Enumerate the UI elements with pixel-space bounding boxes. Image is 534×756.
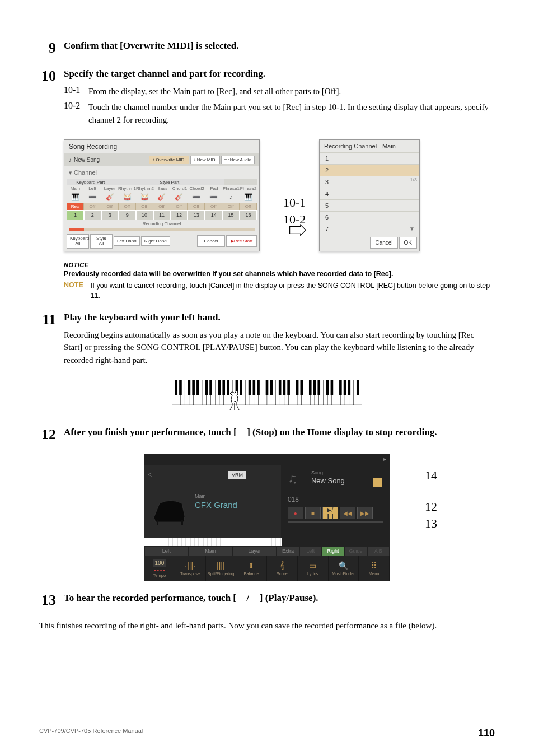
song-name[interactable]: New Song: [311, 477, 345, 485]
channel-list-item[interactable]: 4: [320, 188, 419, 199]
channel-number-cell[interactable]: 12: [170, 210, 188, 220]
channel-list-item[interactable]: 5: [320, 199, 419, 211]
step-number: 12: [39, 426, 64, 444]
rewind-button[interactable]: ◀◀: [340, 507, 355, 519]
save-icon[interactable]: [373, 478, 382, 487]
music-note-icon: ♪: [69, 157, 72, 163]
forward-button[interactable]: ▶▶: [357, 507, 373, 519]
main-tab[interactable]: Main: [189, 546, 233, 556]
part-icon: 🎸: [101, 192, 119, 203]
part-label: Pad: [205, 185, 223, 192]
svg-rect-51: [209, 380, 212, 395]
home-bottom-transpose[interactable]: ·|||·Transpose: [175, 556, 206, 581]
rec-off-cell[interactable]: Off: [170, 203, 188, 210]
ok-button[interactable]: OK: [399, 237, 417, 249]
extra-tab[interactable]: Extra: [277, 546, 299, 556]
channel-list-item[interactable]: 3: [320, 176, 419, 188]
callout-10-1: 10-1: [264, 195, 306, 210]
left-part-tab[interactable]: Left: [299, 546, 322, 556]
rec-off-cell[interactable]: Off: [240, 203, 257, 210]
manual-title: CVP-709/CVP-705 Reference Manual: [39, 727, 143, 739]
home-bottom-balance[interactable]: ⬍Balance: [236, 556, 267, 581]
style-part-header: Style Part: [115, 179, 225, 185]
expand-icon[interactable]: ▸: [383, 456, 386, 462]
callout-12: 12: [413, 500, 437, 514]
keyboard-part-header: Keyboard Part: [67, 179, 115, 185]
channel-number-cell[interactable]: 1: [67, 210, 84, 220]
channel-label: Channel: [74, 169, 97, 176]
right-part-tab[interactable]: Right: [322, 546, 344, 556]
new-audio-tab[interactable]: 〰New Audio: [221, 156, 255, 164]
main-part-label: Main: [195, 493, 206, 499]
rec-off-cell[interactable]: Off: [222, 203, 240, 210]
home-bottom-splitfingering[interactable]: ||||Split/Fingering: [206, 556, 237, 581]
back-icon[interactable]: ◁: [148, 471, 152, 477]
progress-bar[interactable]: [288, 521, 383, 523]
home-bottom-menu[interactable]: ⠿Menu: [359, 556, 390, 581]
part-icon: ➖: [188, 192, 205, 203]
svg-rect-73: [344, 380, 346, 395]
rec-off-cell[interactable]: Off: [205, 203, 222, 210]
part-label: Chord2: [188, 185, 205, 192]
guide-tab[interactable]: Guide: [344, 546, 367, 556]
home-bottom-score[interactable]: 𝄞Score: [267, 556, 298, 581]
rec-off-cell[interactable]: Off: [188, 203, 205, 210]
home-bottom-musicfinder[interactable]: 🔍MusicFinder: [329, 556, 359, 581]
keyboard-illustration: [172, 380, 362, 413]
channel-list-item[interactable]: 1: [320, 152, 419, 164]
play-pause-button[interactable]: ▶/❙❙: [322, 507, 338, 519]
part-label: Left: [84, 185, 101, 192]
home-bottom-lyrics[interactable]: ▭Lyrics: [298, 556, 329, 581]
svg-rect-72: [339, 380, 342, 395]
cancel-button[interactable]: Cancel: [197, 235, 225, 247]
stop-button[interactable]: ■: [305, 507, 321, 519]
channel-number-cell[interactable]: 14: [205, 210, 222, 220]
ab-tab[interactable]: A B: [367, 546, 390, 556]
channel-number-cell[interactable]: 10: [136, 210, 153, 220]
rec-off-cell[interactable]: Off: [84, 203, 101, 210]
svg-rect-53: [222, 380, 225, 395]
substep-text: Touch the channel number under the Main …: [88, 101, 495, 126]
rec-off-cell[interactable]: Rec: [67, 203, 84, 210]
left-hand-button[interactable]: Left Hand: [114, 236, 140, 246]
left-tab[interactable]: Left: [144, 546, 189, 556]
channel-number-cell[interactable]: 3: [101, 210, 119, 220]
channel-number-cell[interactable]: 2: [84, 210, 101, 220]
channel-slider[interactable]: [69, 228, 255, 231]
part-icon: 🥁: [119, 192, 136, 203]
note-text: If you want to cancel recording, touch […: [91, 281, 495, 301]
channel-list-item[interactable]: 2: [320, 164, 419, 176]
keyboard-all-button[interactable]: Keyboard All: [67, 234, 89, 249]
svg-rect-56: [240, 380, 242, 395]
channel-list-item[interactable]: 7: [320, 223, 419, 235]
channel-number-cell[interactable]: 9: [119, 210, 136, 220]
voice-name[interactable]: CFX Grand: [195, 500, 237, 510]
chevron-down-icon[interactable]: ▼: [409, 226, 415, 232]
record-button[interactable]: ●: [288, 507, 303, 519]
home-bottom-tempo[interactable]: 100● ● ● ●Tempo: [144, 556, 175, 581]
channel-number-cell[interactable]: 16: [240, 210, 257, 220]
rec-off-cell[interactable]: Off: [101, 203, 119, 210]
right-hand-button[interactable]: Right Hand: [141, 236, 170, 246]
rec-start-button[interactable]: ▶Rec Start: [226, 235, 257, 247]
cancel-button[interactable]: Cancel: [370, 237, 397, 249]
channel-number-cell[interactable]: 13: [188, 210, 205, 220]
layer-tab[interactable]: Layer: [232, 546, 277, 556]
step-number: 11: [39, 311, 64, 370]
channel-list-item[interactable]: 6: [320, 211, 419, 223]
channel-number-cell[interactable]: 15: [222, 210, 240, 220]
overwrite-midi-tab[interactable]: ♪Overwrite MIDI: [149, 156, 189, 164]
song-recording-panel: Song Recording ♪ New Song ♪Overwrite MID…: [64, 139, 260, 251]
svg-rect-71: [331, 380, 334, 395]
step-title: Specify the target channel and part for …: [64, 67, 495, 81]
style-all-button[interactable]: Style All: [90, 234, 113, 249]
rec-off-cell[interactable]: Off: [119, 203, 136, 210]
song-label: Song: [311, 470, 323, 475]
new-midi-tab[interactable]: ♪New MIDI: [190, 156, 220, 164]
channel-number-cell[interactable]: 11: [153, 210, 171, 220]
svg-rect-59: [257, 380, 260, 395]
svg-rect-75: [357, 380, 359, 395]
rec-off-cell[interactable]: Off: [153, 203, 171, 210]
callout-14: 14: [413, 468, 437, 483]
rec-off-cell[interactable]: Off: [136, 203, 153, 210]
